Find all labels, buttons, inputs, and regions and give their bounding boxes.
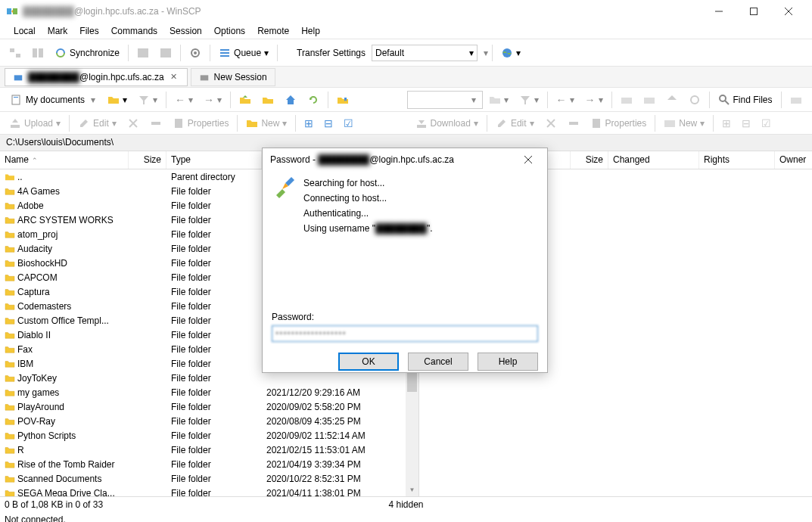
root-dir-button[interactable] [257,90,278,110]
queue-button[interactable]: Queue ▾ [214,43,273,63]
forward-button[interactable]: →▾ [199,90,226,110]
svg-rect-34 [593,119,600,128]
new-folder-icon [246,117,258,129]
col-size[interactable]: Size [129,151,166,169]
menu-mark[interactable]: Mark [42,24,74,38]
col-name[interactable]: Name⌃ [0,151,129,169]
globe-button[interactable]: ▾ [496,43,525,63]
transfer-settings-select[interactable]: Default▾ [372,45,478,61]
bookmark-button[interactable] [332,90,353,110]
gear-icon [189,47,201,59]
remote-check-button[interactable]: ☑ [757,113,776,133]
remote-parent-button[interactable] [616,90,637,110]
properties-button[interactable]: Properties [168,113,234,133]
password-input[interactable] [272,325,538,342]
menu-options[interactable]: Options [208,24,251,38]
new-button[interactable]: New ▾ [241,113,291,133]
close-button[interactable] [771,0,806,23]
settings-button[interactable] [185,43,206,63]
menu-local[interactable]: Local [8,24,42,38]
remote-rename-button[interactable] [563,113,584,133]
check-button[interactable]: ☑ [339,113,358,133]
remote-properties-button[interactable]: Properties [586,113,652,133]
svg-rect-28 [151,122,160,125]
remote-new-button[interactable]: New ▾ [659,113,709,133]
remote-minus-button[interactable]: ⊟ [737,113,755,133]
file-row[interactable]: RFile folder2021/02/15 11:53:01 AM [0,443,406,457]
minus-button[interactable]: ⊟ [319,113,338,133]
remote-refresh-button[interactable] [684,90,705,110]
find-files-button[interactable]: Find Files [714,90,777,110]
col-type[interactable]: Type [166,151,262,169]
file-row[interactable]: my gamesFile folder2021/12/20 9:29:16 AM [0,385,406,399]
col-changed-remote[interactable]: Changed [608,151,699,169]
home-button[interactable] [280,90,301,110]
menubar: LocalMarkFilesCommandsSessionOptionsRemo… [0,23,812,39]
dialog-close-button[interactable] [517,148,540,171]
connection-icon [272,176,296,200]
download-button[interactable]: Download ▾ [411,113,483,133]
synchronize-button[interactable]: Synchronize [50,43,124,63]
status-bar: 0 B of 1,08 KB in 0 of 33 4 hidden Not c… [0,496,812,522]
open-dir-button[interactable]: ▾ [103,90,132,110]
minus-icon: ⊟ [324,117,333,129]
sync-browse-button[interactable] [5,43,26,63]
ok-button[interactable]: OK [338,353,399,371]
file-row[interactable]: SEGA Mega Drive Cla...File folder2021/04… [0,486,406,496]
cancel-button[interactable]: Cancel [408,353,468,371]
col-owner-remote[interactable]: Owner [775,151,812,169]
file-row[interactable]: Scanned DocumentsFile folder2020/10/22 8… [0,471,406,486]
minimize-button[interactable] [702,0,736,23]
col-rights-remote[interactable]: Rights [699,151,775,169]
dropdown-icon: ▾ [264,48,269,58]
remote-filter-button[interactable]: ▾ [515,90,543,110]
arrow-right-icon: → [204,94,214,106]
remote-back-button[interactable]: ←▾ [552,90,579,110]
svg-line-24 [725,101,729,104]
filter-button[interactable]: ▾ [133,90,162,110]
refresh-button[interactable] [303,90,324,110]
remote-edit-button[interactable]: Edit ▾ [491,113,539,133]
session-button[interactable] [155,43,176,63]
parent-dir-button[interactable] [235,90,256,110]
upload-button[interactable]: Upload ▾ [5,113,65,133]
delete-button[interactable] [123,113,144,133]
search-icon [718,94,730,106]
svg-rect-16 [220,55,229,57]
remote-root-button[interactable] [639,90,660,110]
file-row[interactable]: POV-RayFile folder2020/08/09 4:35:25 PM [0,414,406,428]
menu-help[interactable]: Help [295,24,326,38]
new-session-tab[interactable]: New Session [191,68,275,86]
file-row[interactable]: PlayAroundFile folder2020/09/02 5:58:20 … [0,399,406,414]
help-button[interactable]: Help [478,353,538,371]
tab-close-button[interactable]: ✕ [169,72,179,82]
session-tab-active[interactable]: ████████@login.hpc.ufs.ac.za ✕ [5,68,188,86]
action-toolbar: Upload ▾ Edit ▾ Properties New ▾ ⊞ ⊟ ☑ D… [0,112,812,135]
remote-dir-selector[interactable]: ▾ [407,91,483,109]
compare-button[interactable] [27,43,48,63]
col-size-remote[interactable]: Size [571,151,608,169]
remote-plus-button[interactable]: ⊞ [717,113,736,133]
back-button[interactable]: ←▾ [170,90,198,110]
local-dir-selector[interactable]: My documents ▾ [5,91,101,109]
console-button[interactable] [132,43,154,63]
remote-bookmark-button[interactable] [786,90,807,110]
edit-button[interactable]: Edit ▾ [73,113,121,133]
menu-files[interactable]: Files [73,24,104,38]
maximize-button[interactable] [736,0,771,23]
remote-open-dir-button[interactable]: ▾ [484,90,513,110]
upload-icon [9,117,21,129]
file-row[interactable]: Python ScriptsFile folder2020/09/02 11:5… [0,428,406,443]
file-row[interactable]: Rise of the Tomb RaiderFile folder2021/0… [0,457,406,471]
folder-root-icon [262,94,274,106]
rename-button[interactable] [145,113,166,133]
plus-button[interactable]: ⊞ [300,113,318,133]
menu-remote[interactable]: Remote [251,24,295,38]
menu-session[interactable]: Session [163,24,208,38]
remote-home-button[interactable] [661,90,683,110]
scroll-down-button[interactable]: ▼ [406,483,418,496]
remote-forward-button[interactable]: →▾ [580,90,608,110]
remote-delete-button[interactable] [540,113,562,133]
menu-commands[interactable]: Commands [105,24,163,38]
svg-rect-0 [7,8,11,14]
